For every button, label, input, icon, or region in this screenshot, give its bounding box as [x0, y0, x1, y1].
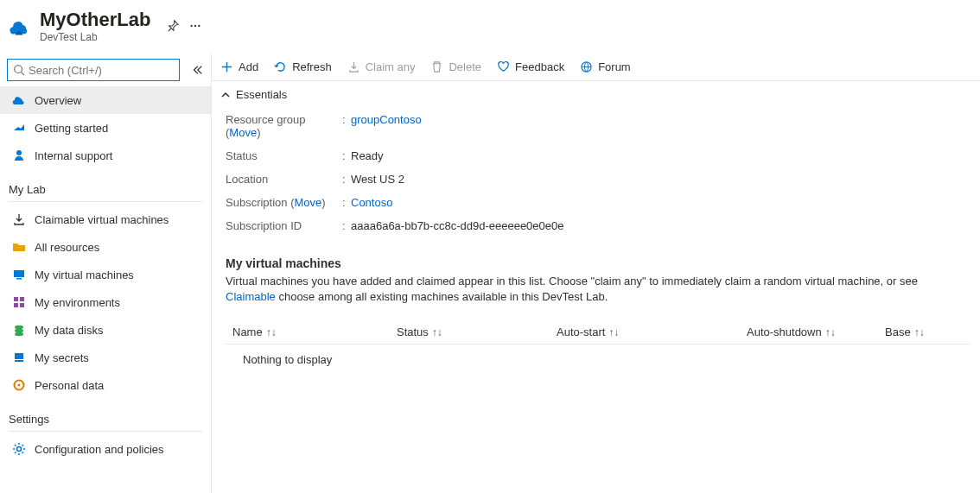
more-icon[interactable]: [188, 19, 202, 33]
vm-section-title: My virtual machines: [226, 256, 970, 270]
trash-icon: [430, 60, 443, 73]
sidebar-item-label: My virtual machines: [35, 269, 134, 281]
section-mylab: My Lab: [0, 178, 211, 199]
vm-icon: [12, 268, 26, 281]
chevron-up-icon: [220, 90, 231, 100]
page-title: MyOtherLab: [40, 9, 150, 31]
vm-section-desc: Virtual machines you have added and clai…: [226, 274, 970, 305]
sidebar-item-label: Getting started: [35, 122, 108, 135]
sidebar-item-label: My secrets: [35, 351, 89, 364]
overview-icon: [12, 93, 26, 107]
sidebar-item-configuration[interactable]: Configuration and policies: [0, 435, 211, 463]
sidebar-item-getting-started[interactable]: Getting started: [0, 114, 211, 142]
svg-point-13: [15, 329, 23, 332]
column-auto-shutdown[interactable]: Auto-shutdown↑↓: [747, 326, 885, 338]
heart-icon: [497, 60, 510, 73]
column-base[interactable]: Base↑↓: [885, 326, 963, 338]
sidebar-item-label: All resources: [35, 241, 99, 254]
table-header: Name↑↓ Status↑↓ Auto-start↑↓ Auto-shutdo…: [226, 320, 970, 344]
subscription-id-value: aaaa6a6a-bb7b-cc8c-dd9d-eeeeee0e0e0e: [351, 219, 564, 232]
gear-icon: [12, 442, 26, 456]
sidebar-item-personal-data[interactable]: Personal data: [0, 371, 211, 399]
sort-icon: ↑↓: [266, 326, 277, 338]
plus-icon: [220, 60, 233, 73]
essentials-row-status: Status : Ready: [226, 144, 970, 167]
essentials-title: Essentials: [236, 88, 287, 101]
sidebar-item-label: Personal data: [35, 379, 104, 392]
svg-point-12: [15, 326, 23, 329]
claim-icon: [347, 60, 360, 73]
search-icon: [13, 64, 25, 76]
toolbar: Add Refresh Claim any Delete Feedback: [212, 54, 980, 81]
page-header: MyOtherLab DevTest Lab: [0, 0, 980, 54]
lab-cloud-icon: [7, 14, 31, 38]
sidebar: Overview Getting started Internal suppor…: [0, 54, 211, 493]
claimable-link[interactable]: Claimable: [226, 290, 276, 303]
forum-button[interactable]: Forum: [580, 60, 631, 73]
svg-rect-16: [15, 360, 23, 362]
main-content: Add Refresh Claim any Delete Feedback: [211, 54, 980, 493]
svg-point-1: [194, 25, 196, 27]
toolbar-label: Claim any: [366, 60, 416, 73]
claim-any-button: Claim any: [347, 60, 416, 73]
essentials-row-subscription: Subscription (Move) : Contoso: [226, 191, 970, 214]
sidebar-item-my-environments[interactable]: My environments: [0, 288, 211, 316]
add-button[interactable]: Add: [220, 60, 258, 73]
sort-icon: ↑↓: [608, 326, 619, 338]
toolbar-label: Feedback: [515, 60, 564, 73]
svg-point-3: [15, 66, 22, 73]
table-empty: Nothing to display: [226, 344, 970, 375]
column-auto-start[interactable]: Auto-start↑↓: [557, 326, 747, 338]
environments-icon: [12, 295, 26, 309]
refresh-button[interactable]: Refresh: [274, 60, 332, 73]
sort-icon: ↑↓: [432, 326, 442, 338]
status-value: Ready: [351, 149, 384, 162]
resource-group-link[interactable]: groupContoso: [351, 113, 422, 139]
svg-line-4: [22, 73, 25, 76]
support-icon: [12, 149, 26, 162]
vm-table: Name↑↓ Status↑↓ Auto-start↑↓ Auto-shutdo…: [226, 320, 970, 375]
column-status[interactable]: Status↑↓: [397, 326, 557, 338]
sidebar-item-my-vms[interactable]: My virtual machines: [0, 261, 211, 288]
toolbar-label: Refresh: [292, 60, 332, 73]
move-subscription-link[interactable]: Move: [295, 196, 322, 209]
svg-rect-8: [14, 297, 18, 301]
svg-point-0: [191, 25, 193, 27]
sidebar-item-my-data-disks[interactable]: My data disks: [0, 316, 211, 344]
toolbar-label: Delete: [449, 60, 481, 73]
pin-icon[interactable]: [166, 19, 180, 33]
sidebar-item-claimable-vms[interactable]: Claimable virtual machines: [0, 205, 211, 233]
disks-icon: [12, 323, 26, 337]
essentials-toggle[interactable]: Essentials: [212, 81, 980, 108]
collapse-sidebar-icon[interactable]: [190, 63, 204, 77]
svg-rect-9: [20, 297, 24, 301]
search-input[interactable]: [29, 64, 174, 77]
sidebar-item-label: Internal support: [35, 149, 112, 162]
personal-data-icon: [12, 378, 26, 392]
move-resource-group-link[interactable]: Move: [229, 126, 257, 139]
feedback-button[interactable]: Feedback: [497, 60, 564, 73]
svg-rect-11: [20, 303, 24, 307]
location-value: West US 2: [351, 173, 404, 186]
sidebar-item-internal-support[interactable]: Internal support: [0, 142, 211, 169]
sidebar-item-all-resources[interactable]: All resources: [0, 233, 211, 261]
delete-button: Delete: [430, 60, 481, 73]
essentials-row-subscription-id: Subscription ID : aaaa6a6a-bb7b-cc8c-dd9…: [226, 214, 970, 237]
svg-rect-10: [14, 303, 18, 307]
sidebar-item-label: My environments: [35, 296, 120, 309]
svg-point-19: [17, 447, 22, 452]
globe-icon: [580, 60, 593, 73]
svg-point-5: [16, 150, 22, 155]
sidebar-item-my-secrets[interactable]: My secrets: [0, 344, 211, 371]
column-name[interactable]: Name↑↓: [232, 326, 397, 338]
svg-rect-6: [14, 270, 24, 277]
subscription-link[interactable]: Contoso: [351, 196, 392, 209]
search-input-wrapper[interactable]: [7, 59, 180, 81]
getting-started-icon: [12, 121, 26, 135]
sidebar-item-label: My data disks: [35, 324, 103, 337]
sort-icon: ↑↓: [825, 326, 836, 338]
section-settings: Settings: [0, 408, 211, 429]
refresh-icon: [274, 60, 287, 73]
sidebar-item-overview[interactable]: Overview: [0, 86, 211, 114]
svg-point-18: [18, 384, 21, 387]
